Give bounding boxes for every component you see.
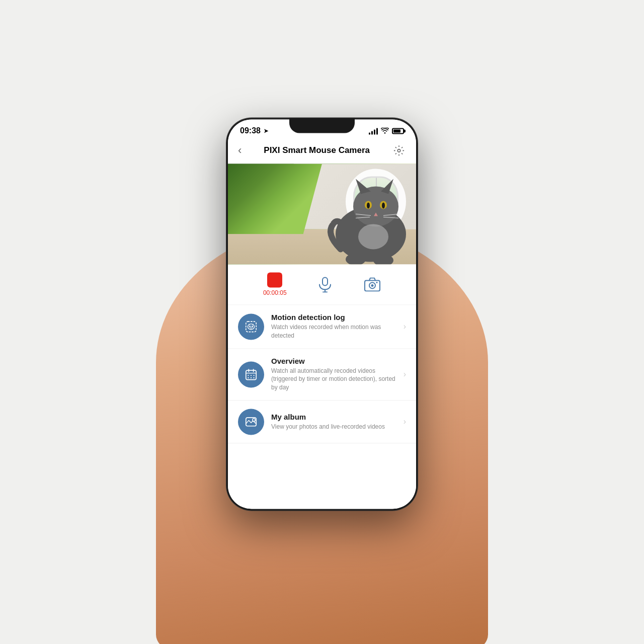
svg-marker-4 xyxy=(381,179,393,194)
page-title: PIXI Smart Mouse Camera xyxy=(264,145,370,155)
motion-detection-icon-wrap xyxy=(238,313,264,340)
svg-point-8 xyxy=(382,202,385,208)
svg-point-25 xyxy=(248,324,255,330)
camera-snap-button[interactable] xyxy=(364,276,381,293)
album-icon-wrap xyxy=(238,409,264,435)
svg-point-36 xyxy=(253,375,254,376)
mic-control[interactable] xyxy=(316,276,334,293)
phone-wrapper: 09:38 ➤ xyxy=(226,118,418,510)
svg-point-0 xyxy=(397,149,400,152)
overview-item[interactable]: Overview Watch all automatically recoded… xyxy=(228,349,416,400)
phone-device: 09:38 ➤ xyxy=(226,118,418,510)
album-chevron: › xyxy=(404,417,406,426)
svg-point-2 xyxy=(353,186,398,226)
overview-icon-wrap xyxy=(238,361,264,387)
svg-point-35 xyxy=(251,375,252,376)
motion-detection-text: Motion detection log Watch videos record… xyxy=(271,313,399,340)
controls-area: 00:00:05 xyxy=(228,264,416,305)
motion-detection-item[interactable]: Motion detection log Watch videos record… xyxy=(228,305,416,349)
motion-detection-title: Motion detection log xyxy=(271,313,399,321)
overview-desc: Watch all automatically recoded videos (… xyxy=(271,367,399,392)
svg-marker-3 xyxy=(356,179,371,194)
phone-notch xyxy=(289,118,355,133)
svg-point-38 xyxy=(251,377,252,378)
location-icon: ➤ xyxy=(264,128,268,134)
battery-fill xyxy=(393,129,400,132)
record-time: 00:00:05 xyxy=(263,289,287,296)
svg-point-39 xyxy=(253,377,254,378)
motion-detection-desc: Watch videos recorded when motion was de… xyxy=(271,323,399,340)
svg-point-37 xyxy=(248,377,249,378)
svg-point-23 xyxy=(376,282,378,283)
back-button[interactable]: ‹ xyxy=(238,144,242,157)
camera-view[interactable] xyxy=(228,164,416,264)
record-control[interactable]: 00:00:05 xyxy=(263,272,287,296)
svg-point-29 xyxy=(252,326,253,328)
settings-button[interactable] xyxy=(392,143,406,157)
record-icon[interactable] xyxy=(267,272,282,287)
status-time: 09:38 ➤ xyxy=(240,126,268,135)
album-title: My album xyxy=(271,413,399,421)
signal-icon xyxy=(369,127,378,134)
svg-point-41 xyxy=(253,419,256,422)
motion-detection-chevron: › xyxy=(404,322,406,331)
phone-screen: 09:38 ➤ xyxy=(228,119,416,509)
album-item[interactable]: My album View your photos and live-recor… xyxy=(228,400,416,443)
battery-icon xyxy=(392,128,404,134)
svg-rect-17 xyxy=(323,277,328,285)
status-icons xyxy=(369,127,404,135)
cat-image xyxy=(305,164,416,264)
album-text: My album View your photos and live-recor… xyxy=(271,413,399,431)
svg-point-14 xyxy=(358,224,388,249)
mic-button[interactable] xyxy=(316,276,334,293)
svg-point-34 xyxy=(248,375,249,376)
camera-control[interactable] xyxy=(364,276,381,293)
menu-list: Motion detection log Watch videos record… xyxy=(228,305,416,509)
overview-chevron: › xyxy=(404,370,406,379)
overview-text: Overview Watch all automatically recoded… xyxy=(271,357,399,392)
svg-point-7 xyxy=(367,202,370,208)
svg-point-22 xyxy=(371,284,374,287)
wifi-icon xyxy=(381,127,389,135)
overview-title: Overview xyxy=(271,357,399,365)
scene: 09:38 ➤ xyxy=(0,0,644,644)
time-display: 09:38 xyxy=(240,126,261,135)
navigation-bar: ‹ PIXI Smart Mouse Camera xyxy=(228,139,416,164)
album-desc: View your photos and live-recorded video… xyxy=(271,423,399,431)
svg-point-28 xyxy=(249,326,251,328)
